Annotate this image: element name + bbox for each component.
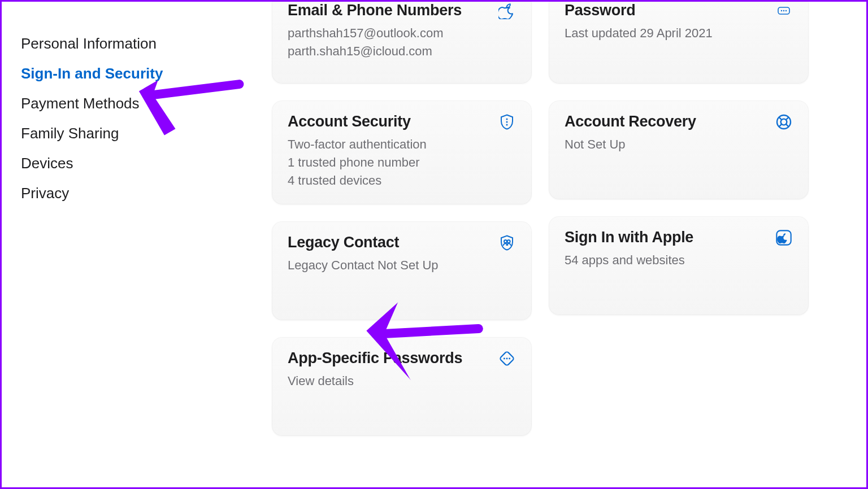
svg-point-1 <box>506 121 508 123</box>
card-title: Legacy Contact <box>288 234 399 251</box>
card-app-specific-passwords[interactable]: App-Specific Passwords View details <box>272 337 532 436</box>
ellipsis-diamond-icon <box>498 350 516 368</box>
card-line: Not Set Up <box>565 136 793 154</box>
legacy-contact-icon <box>498 234 516 252</box>
svg-line-15 <box>779 117 782 120</box>
sidebar: Personal Information Sign-In and Securit… <box>2 2 250 487</box>
ellipsis-rect-icon <box>775 2 793 20</box>
column-right: Password Last updated 29 April 2021 <box>549 2 809 487</box>
card-line: parthshah157@outlook.com <box>288 24 516 42</box>
svg-point-7 <box>506 357 508 359</box>
card-sign-in-with-apple[interactable]: Sign In with Apple 54 apps and websites <box>549 216 809 315</box>
card-line: 54 apps and websites <box>565 251 793 269</box>
card-line: 4 trusted devices <box>288 172 516 190</box>
card-body: 54 apps and websites <box>565 251 793 269</box>
svg-point-14 <box>781 119 787 125</box>
card-body: Not Set Up <box>565 136 793 154</box>
apple-icon <box>498 2 516 20</box>
card-body: View details <box>288 372 516 390</box>
lifebuoy-icon <box>775 113 793 131</box>
card-title: Account Security <box>288 113 411 130</box>
sidebar-item-sign-in-security[interactable]: Sign-In and Security <box>21 59 250 89</box>
card-body: Legacy Contact Not Set Up <box>288 256 516 274</box>
card-line: Legacy Contact Not Set Up <box>288 256 516 274</box>
card-email-phone[interactable]: Email & Phone Numbers parthshah157@outlo… <box>272 2 532 84</box>
svg-point-2 <box>506 124 508 126</box>
svg-point-8 <box>509 357 510 359</box>
card-line: View details <box>288 372 516 390</box>
card-title: App-Specific Passwords <box>288 350 462 367</box>
card-line: Two-factor authentication <box>288 136 516 154</box>
card-legacy-contact[interactable]: Legacy Contact Legacy Contact Not Set Up <box>272 221 532 320</box>
card-account-security[interactable]: Account Security Two-factor authenticati… <box>272 101 532 204</box>
card-account-recovery[interactable]: Account Recovery Not Set Up <box>549 101 809 199</box>
sidebar-item-family-sharing[interactable]: Family Sharing <box>21 119 250 149</box>
card-title: Email & Phone Numbers <box>288 2 462 19</box>
card-line: 1 trusted phone number <box>288 154 516 172</box>
svg-point-11 <box>783 10 784 11</box>
content-area: Email & Phone Numbers parthshah157@outlo… <box>250 2 866 487</box>
svg-point-0 <box>506 119 508 120</box>
card-password[interactable]: Password Last updated 29 April 2021 <box>549 2 809 84</box>
svg-point-4 <box>507 240 510 243</box>
card-body: Last updated 29 April 2021 <box>565 24 793 42</box>
card-title: Sign In with Apple <box>565 229 693 246</box>
svg-point-10 <box>781 10 782 11</box>
svg-line-16 <box>786 117 789 120</box>
svg-line-17 <box>779 124 782 127</box>
card-body: parthshah157@outlook.com parth.shah15@ic… <box>288 24 516 60</box>
card-line: Last updated 29 April 2021 <box>565 24 793 42</box>
card-body: Two-factor authentication 1 trusted phon… <box>288 136 516 190</box>
sidebar-item-devices[interactable]: Devices <box>21 149 250 178</box>
sidebar-item-payment-methods[interactable]: Payment Methods <box>21 89 250 119</box>
shield-icon <box>498 113 516 131</box>
svg-point-3 <box>504 240 507 243</box>
card-title: Password <box>565 2 635 19</box>
card-line: parth.shah15@icloud.com <box>288 42 516 60</box>
sidebar-item-privacy[interactable]: Privacy <box>21 178 250 208</box>
sidebar-item-personal-information[interactable]: Personal Information <box>21 29 250 59</box>
column-left: Email & Phone Numbers parthshah157@outlo… <box>272 2 532 487</box>
apple-badge-icon <box>775 229 793 247</box>
card-title: Account Recovery <box>565 113 696 130</box>
svg-point-6 <box>504 357 505 359</box>
svg-line-18 <box>786 124 789 127</box>
svg-point-12 <box>785 10 787 11</box>
